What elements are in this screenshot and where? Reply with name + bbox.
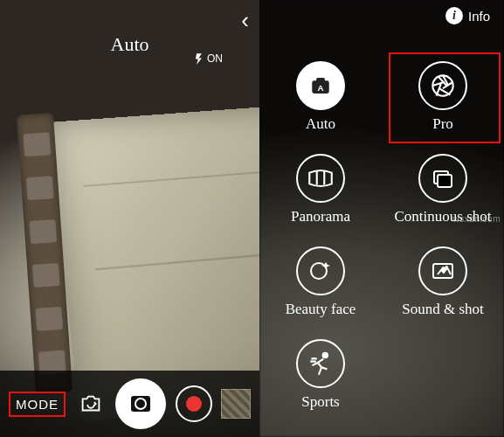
auto-mode-icon: A (296, 61, 345, 110)
svg-rect-1 (316, 78, 325, 82)
camera-icon (131, 396, 150, 412)
continuous-shot-icon (418, 154, 467, 203)
flash-icon (193, 51, 205, 66)
camera-top-bar: ‹ Auto ON (0, 0, 259, 77)
svg-point-8 (323, 353, 328, 357)
mode-grid: A Auto Pro (259, 61, 504, 411)
beauty-face-icon (296, 246, 345, 295)
panorama-icon (296, 154, 345, 203)
mode-label-auto: Auto (306, 115, 335, 133)
gallery-thumbnail[interactable] (221, 389, 251, 419)
sound-shot-icon (418, 246, 467, 295)
back-button[interactable]: ‹ (241, 9, 249, 31)
mode-button[interactable]: MODE (9, 392, 66, 417)
switch-camera-icon (78, 391, 104, 417)
info-label: Info (468, 9, 490, 24)
current-mode-label: Auto (111, 33, 149, 56)
svg-rect-5 (438, 175, 452, 187)
info-icon: i (445, 7, 463, 24)
switch-camera-button[interactable] (75, 388, 107, 420)
camera-bottom-bar: MODE (0, 371, 259, 437)
info-button[interactable]: i Info (445, 7, 490, 24)
chevron-left-icon: ‹ (241, 7, 249, 33)
mode-selection-screen: i Info A Auto (259, 0, 504, 437)
flash-toggle[interactable]: ON (193, 51, 223, 66)
mode-item-panorama[interactable]: Panorama (291, 154, 350, 225)
mode-label-beauty: Beauty face (286, 301, 356, 318)
record-button[interactable] (176, 385, 212, 422)
aperture-icon (418, 61, 467, 110)
mode-item-pro[interactable]: Pro (418, 61, 467, 133)
mode-label-sports: Sports (301, 393, 339, 411)
mode-label-panorama: Panorama (291, 208, 350, 225)
sports-icon (296, 339, 345, 388)
mode-item-beauty[interactable]: Beauty face (286, 246, 356, 318)
mode-label-soundshot: Sound & shot (402, 301, 484, 318)
watermark: wsxdn.com (452, 214, 501, 224)
mode-item-sports[interactable]: Sports (296, 339, 345, 411)
mode-label-pro: Pro (432, 115, 453, 133)
camera-viewfinder-screen: ‹ Auto ON MODE (0, 0, 259, 437)
mode-item-soundshot[interactable]: Sound & shot (402, 246, 484, 318)
flash-state-label: ON (207, 52, 223, 65)
svg-text:A: A (317, 83, 323, 93)
mode-item-auto[interactable]: A Auto (296, 61, 345, 133)
shutter-button[interactable] (115, 378, 166, 429)
